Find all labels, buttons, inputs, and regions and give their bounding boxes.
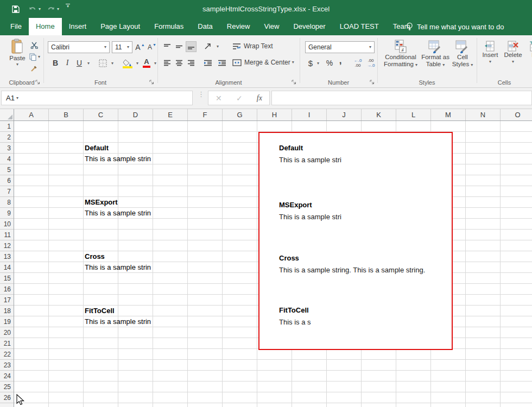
column-header[interactable]: M bbox=[431, 109, 466, 120]
comma-style-button[interactable]: , bbox=[337, 55, 344, 67]
decrease-font-size-button[interactable]: A▼ bbox=[147, 41, 157, 53]
cut-button[interactable] bbox=[28, 41, 40, 49]
row-header[interactable]: 19 bbox=[0, 316, 14, 327]
top-align-button[interactable] bbox=[162, 41, 173, 52]
row-header[interactable]: 22 bbox=[0, 349, 14, 360]
tell-me-box[interactable]: Tell me what you want to do bbox=[406, 18, 504, 35]
cell-C14[interactable]: This is a sample strin bbox=[85, 262, 153, 273]
borders-button[interactable] bbox=[98, 58, 107, 68]
format-as-table-button[interactable]: Format as Table▾ bbox=[422, 40, 449, 68]
align-right-button[interactable] bbox=[186, 58, 197, 68]
bold-button[interactable]: B bbox=[50, 57, 61, 69]
row-header[interactable]: 14 bbox=[0, 262, 14, 273]
column-header[interactable]: K bbox=[362, 109, 396, 120]
row-header[interactable]: 26 bbox=[0, 392, 14, 403]
select-all-corner[interactable] bbox=[0, 109, 14, 121]
row-header[interactable]: 6 bbox=[0, 175, 14, 186]
format-painter-button[interactable] bbox=[28, 64, 40, 73]
row-header[interactable]: 4 bbox=[0, 154, 14, 164]
copy-button[interactable]: ▾ bbox=[27, 53, 42, 61]
row-header[interactable]: 18 bbox=[0, 306, 14, 316]
row-header[interactable]: 17 bbox=[0, 295, 14, 306]
row-header[interactable]: 10 bbox=[0, 219, 14, 230]
column-header[interactable]: I bbox=[292, 109, 327, 120]
delete-cells-button[interactable]: Delete ▾ bbox=[502, 41, 524, 64]
tab-load-test[interactable]: LOAD TEST bbox=[333, 18, 386, 35]
row-header[interactable]: 13 bbox=[0, 251, 14, 262]
row-header[interactable]: 12 bbox=[0, 240, 14, 251]
increase-decimal-button[interactable]: ←.0 .00 bbox=[352, 57, 364, 69]
align-left-button[interactable] bbox=[162, 58, 173, 68]
row-header[interactable]: 7 bbox=[0, 186, 14, 197]
copy-dropdown-icon[interactable]: ▾ bbox=[38, 55, 40, 59]
borders-dropdown-icon[interactable]: ▾ bbox=[111, 61, 113, 66]
row-header[interactable]: 20 bbox=[0, 327, 14, 338]
tab-view[interactable]: View bbox=[257, 18, 286, 35]
increase-font-size-button[interactable]: A▲ bbox=[135, 41, 145, 53]
font-color-button[interactable]: A bbox=[141, 57, 152, 69]
row-header[interactable]: 5 bbox=[0, 164, 14, 175]
underline-dropdown-icon[interactable]: ▾ bbox=[87, 61, 90, 66]
cell-C19[interactable]: This is a sample strin bbox=[85, 316, 153, 327]
bottom-align-button[interactable] bbox=[186, 41, 197, 52]
column-header[interactable]: E bbox=[153, 109, 188, 120]
tab-home[interactable]: Home bbox=[29, 18, 62, 35]
conditional-formatting-button[interactable]: ≠ Conditional Formatting▾ bbox=[381, 40, 421, 68]
row-header[interactable]: 9 bbox=[0, 208, 14, 219]
italic-button[interactable]: I bbox=[62, 57, 73, 69]
paste-dropdown-icon[interactable]: ▾ bbox=[16, 62, 18, 67]
column-header[interactable]: L bbox=[396, 109, 431, 120]
row-header[interactable]: 24 bbox=[0, 371, 14, 381]
merge-and-center-button[interactable]: Merge & Center ▾ bbox=[232, 56, 294, 68]
cancel-icon[interactable]: ✕ bbox=[216, 94, 222, 103]
tab-formulas[interactable]: Formulas bbox=[147, 18, 191, 35]
column-header[interactable]: H bbox=[257, 109, 292, 120]
name-box-dropdown-icon[interactable]: ▾ bbox=[16, 96, 18, 100]
format-cells-button[interactable]: Fo bbox=[524, 41, 532, 59]
tab-page-layout[interactable]: Page Layout bbox=[93, 18, 147, 35]
column-header[interactable]: O bbox=[501, 109, 532, 120]
align-center-button[interactable] bbox=[174, 58, 185, 68]
orientation-button[interactable] bbox=[203, 40, 214, 52]
row-header[interactable]: 16 bbox=[0, 284, 14, 295]
row-header[interactable]: 25 bbox=[0, 381, 14, 392]
accounting-dropdown-icon[interactable]: ▾ bbox=[317, 61, 319, 66]
column-header[interactable]: F bbox=[188, 109, 223, 120]
number-format-select[interactable]: General ▾ bbox=[305, 41, 375, 53]
row-header[interactable]: 1 bbox=[0, 121, 14, 132]
cell-C18[interactable]: FitToCell bbox=[85, 306, 115, 316]
column-header[interactable]: B bbox=[49, 109, 84, 120]
cell-C13[interactable]: Cross bbox=[85, 251, 105, 262]
fill-color-dropdown-icon[interactable]: ▾ bbox=[136, 61, 138, 66]
column-header[interactable]: G bbox=[223, 109, 257, 120]
enter-icon[interactable]: ✓ bbox=[236, 94, 243, 103]
tab-developer[interactable]: Developer bbox=[286, 18, 332, 35]
name-box[interactable]: A1 ▾ bbox=[1, 91, 193, 105]
tab-review[interactable]: Review bbox=[220, 18, 257, 35]
row-header[interactable]: 2 bbox=[0, 132, 14, 143]
paste-button[interactable]: Paste ▾ bbox=[5, 39, 29, 67]
column-header[interactable]: A bbox=[14, 109, 49, 120]
insert-function-icon[interactable]: fx bbox=[257, 94, 262, 103]
row-header[interactable]: 15 bbox=[0, 273, 14, 284]
cell-C9[interactable]: This is a sample strin bbox=[85, 208, 153, 219]
column-header[interactable]: C bbox=[84, 109, 118, 120]
tab-file[interactable]: File bbox=[3, 18, 29, 35]
cell-C8[interactable]: MSExport bbox=[85, 197, 118, 208]
column-header[interactable]: N bbox=[466, 109, 501, 120]
percent-style-button[interactable]: % bbox=[324, 57, 335, 69]
row-header[interactable]: 3 bbox=[0, 143, 14, 154]
decrease-indent-button[interactable] bbox=[202, 58, 214, 68]
cell-C3[interactable]: Default bbox=[85, 143, 109, 154]
html-export-preview-picture[interactable]: Default This is a sample stri MSExport T… bbox=[258, 132, 453, 350]
column-header[interactable]: J bbox=[327, 109, 362, 120]
row-header[interactable]: 21 bbox=[0, 338, 14, 349]
tab-insert[interactable]: Insert bbox=[62, 18, 94, 35]
wrap-text-button[interactable]: Wrap Text bbox=[232, 40, 273, 52]
row-header[interactable]: 23 bbox=[0, 360, 14, 371]
tab-data[interactable]: Data bbox=[191, 18, 219, 35]
increase-indent-button[interactable] bbox=[216, 58, 228, 68]
accounting-format-button[interactable]: $ bbox=[306, 57, 315, 69]
column-header[interactable]: D bbox=[118, 109, 153, 120]
font-color-dropdown-icon[interactable]: ▾ bbox=[154, 61, 156, 66]
